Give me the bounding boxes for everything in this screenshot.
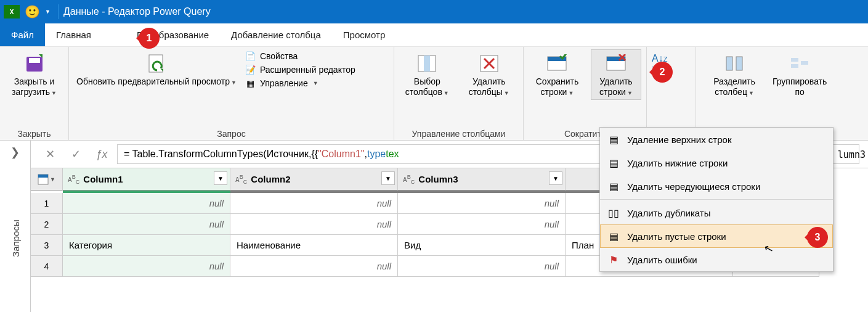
svg-rect-1 [29,58,40,63]
row-number: 1 [31,193,63,214]
row-number: 3 [31,235,63,256]
titlebar: X 🙂 ▼ Данные - Редактор Power Query [0,0,868,23]
cell[interactable]: Наименование [230,235,398,256]
svg-rect-4 [424,55,430,72]
group-manage-columns: Выбор столбцов▼ Удалить столбцы▼ Управле… [394,47,524,140]
separator [58,4,59,19]
remove-bottom-icon: ▤ [606,157,621,169]
menu-remove-bottom-rows[interactable]: ▤ Удалить нижние строки [600,151,833,174]
menu-label: Удалить нижние строки [627,158,728,168]
col2-name: Column2 [251,174,290,184]
tab-view[interactable]: Просмотр [332,23,397,46]
remove-rows-icon [606,51,627,76]
remove-alt-icon: ▤ [606,181,621,192]
menu-remove-errors[interactable]: ⚑ Удалить ошибки [600,248,833,271]
cell[interactable]: Категория [63,235,230,256]
group-close-label: Закрыть [5,128,63,139]
col3-filter-dropdown[interactable]: ▼ [549,171,562,185]
split-column-icon [724,51,745,76]
group-managecols-label: Управление столбцами [399,128,518,139]
col3-name: Column3 [418,174,458,184]
menu-remove-top-rows[interactable]: ▤ Удаление верхних строк [600,128,833,151]
formula-tail: tex [386,149,399,160]
remove-rows-button[interactable]: Удалить строки▼ [591,49,641,100]
callout-1: 1 [139,28,160,49]
menu-label: Удалить чередующиеся строки [627,181,760,192]
expand-queries-icon[interactable]: ❯ [10,146,20,159]
split-column-button[interactable]: Разделить столбец▼ [701,49,768,100]
cell[interactable]: null [63,256,230,277]
manage-button[interactable]: ▦ Управление▼ [244,78,357,89]
menu-remove-blank-rows[interactable]: ▤ Удалить пустые строки [600,224,833,248]
group-reduce-rows: Сохранить строки▼ Удалить строки▼ Сократ… [524,47,647,140]
remove-err-icon: ⚑ [606,254,621,266]
cell[interactable]: null [230,214,398,235]
group-query: Обновить предварительный просмотр▼ 📄 Сво… [69,47,394,140]
menu-label: Удалить пустые строки [627,231,726,242]
advanced-editor-button[interactable]: 📝 Расширенный редактор [244,64,357,75]
smiley-icon[interactable]: 🙂 [25,4,40,19]
svg-rect-14 [801,61,808,65]
cell[interactable]: Вид [398,235,566,256]
cell[interactable]: null [63,214,230,235]
formula-cancel-icon[interactable]: ✕ [39,145,60,163]
column-header-1[interactable]: ABC Column1 ▼ [63,168,230,191]
datatype-text-icon: ABC [68,174,79,185]
callout-2: 2 [652,62,673,83]
menu-remove-alternate-rows[interactable]: ▤ Удалить чередующиеся строки [600,174,833,198]
cell[interactable]: null [398,256,566,277]
cell[interactable]: null [63,193,230,214]
save-icon [24,51,45,76]
datatype-text-icon: ABC [235,174,247,185]
menu-label: Удалить дубликаты [627,208,710,218]
advanced-editor-icon: 📝 [245,65,256,75]
properties-button[interactable]: 📄 Свойства [244,51,357,62]
svg-rect-10 [726,57,732,70]
column-header-2[interactable]: ABC Column2 ▼ [230,168,398,191]
row-number: 2 [31,214,63,235]
remove-columns-icon [479,51,500,76]
remove-rows-menu: ▤ Удаление верхних строк ▤ Удалить нижни… [599,127,834,272]
remove-dup-icon: ▯▯ [606,207,621,219]
group-by-label: Группировать по [773,76,827,97]
svg-rect-12 [791,58,798,62]
datatype-text-icon: ABC [403,174,415,185]
ribbon-tabs: Файл Главная Преобразование Добавление с… [0,23,868,47]
group-by-button[interactable]: Группировать по [773,49,827,99]
remove-columns-button[interactable]: Удалить столбцы▼ [460,49,518,100]
tab-add-column[interactable]: Добавление столбца [220,23,332,46]
properties-label: Свойства [260,51,298,61]
close-and-load-button[interactable]: Закрыть и загрузить▼ [5,49,63,100]
queries-pane-label: Запросы [10,220,20,257]
menu-label: Удаление верхних строк [627,134,731,145]
svg-rect-13 [791,64,798,68]
window-title: Данные - Редактор Power Query [63,6,211,17]
grid-corner[interactable]: ▼ [31,168,63,191]
tab-file[interactable]: Файл [0,23,45,46]
fx-icon[interactable]: ƒx [91,145,112,163]
tab-home[interactable]: Главная [45,23,102,46]
svg-rect-11 [736,57,742,70]
menu-remove-duplicates[interactable]: ▯▯ Удалить дубликаты [600,201,833,224]
keep-rows-button[interactable]: Сохранить строки▼ [529,49,586,100]
cell[interactable]: null [398,193,566,214]
col1-filter-dropdown[interactable]: ▼ [214,171,227,185]
queries-pane-collapsed[interactable]: ❯ Запросы [0,141,31,312]
choose-columns-button[interactable]: Выбор столбцов▼ [399,49,455,100]
column-header-3[interactable]: ABC Column3 ▼ [398,168,566,191]
qat-dropdown[interactable]: ▼ [45,9,51,15]
formula-accept-icon[interactable]: ✓ [65,145,86,163]
cell[interactable]: null [398,214,566,235]
adv-editor-label: Расширенный редактор [260,65,355,75]
manage-label: Управление [260,78,308,88]
refresh-preview-button[interactable]: Обновить предварительный просмотр▼ [74,49,239,89]
cell[interactable]: null [230,193,398,214]
properties-icon: 📄 [245,51,256,61]
refresh-label: Обновить предварительный просмотр [76,76,230,86]
tab-transform[interactable]: Преобразование [102,23,220,46]
col2-filter-dropdown[interactable]: ▼ [381,171,395,185]
group-sort: A↓Z Z↓A [647,47,696,140]
formula-text: = Table.TransformColumnTypes(Источник,{{ [124,149,318,160]
formula-keyword: type [367,149,386,160]
cell[interactable]: null [230,256,398,277]
